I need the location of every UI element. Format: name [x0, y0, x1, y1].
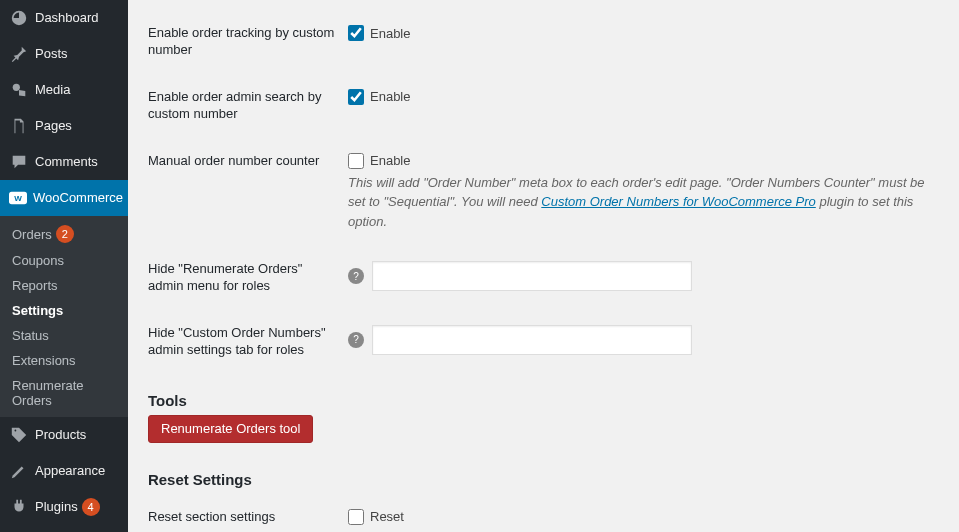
submenu-reports[interactable]: Reports — [0, 273, 128, 298]
reset-label: Reset section settings — [148, 509, 348, 526]
sidebar-item-label: WooCommerce — [33, 189, 123, 207]
manual-counter-checkbox-wrap[interactable]: Enable — [348, 153, 939, 169]
settings-content: Enable order tracking by custom number E… — [128, 0, 959, 532]
svg-point-0 — [13, 84, 20, 91]
submenu-item-label: Settings — [12, 303, 63, 318]
sidebar-item-label: Media — [35, 81, 70, 99]
row-reset-settings: Reset section settings Reset — [148, 494, 939, 532]
submenu-item-label: Extensions — [12, 353, 76, 368]
enable-tracking-label: Enable order tracking by custom number — [148, 25, 348, 59]
enable-search-label: Enable order admin search by custom numb… — [148, 89, 348, 123]
pin-icon — [9, 44, 29, 64]
checkbox-label: Enable — [370, 153, 410, 168]
row-enable-tracking: Enable order tracking by custom number E… — [148, 10, 939, 74]
submenu-item-label: Reports — [12, 278, 58, 293]
reset-heading: Reset Settings — [148, 471, 939, 488]
submenu-item-label: Coupons — [12, 253, 64, 268]
submenu-item-label: Status — [12, 328, 49, 343]
sidebar-item-label: Posts — [35, 45, 68, 63]
media-icon — [9, 80, 29, 100]
sidebar-item-dashboard[interactable]: Dashboard — [0, 0, 128, 36]
sidebar-item-label: Pages — [35, 117, 72, 135]
hide-tab-roles-input[interactable] — [372, 325, 692, 355]
svg-text:W: W — [14, 194, 22, 203]
enable-tracking-checkbox[interactable] — [348, 25, 364, 41]
plugin-icon — [9, 497, 29, 517]
row-hide-menu-roles: Hide "Renumerate Orders" admin menu for … — [148, 246, 939, 310]
woocommerce-submenu: Orders 2 Coupons Reports Settings Status… — [0, 216, 128, 417]
sidebar-item-posts[interactable]: Posts — [0, 36, 128, 72]
reset-checkbox[interactable] — [348, 509, 364, 525]
help-icon[interactable]: ? — [348, 268, 364, 284]
reset-checkbox-wrap[interactable]: Reset — [348, 509, 939, 525]
appearance-icon — [9, 461, 29, 481]
submenu-extensions[interactable]: Extensions — [0, 348, 128, 373]
hide-menu-label: Hide "Renumerate Orders" admin menu for … — [148, 261, 348, 295]
row-hide-tab-roles: Hide "Custom Order Numbers" admin settin… — [148, 310, 939, 374]
sidebar-item-users[interactable]: Users — [0, 525, 128, 532]
submenu-settings[interactable]: Settings — [0, 298, 128, 323]
enable-tracking-checkbox-wrap[interactable]: Enable — [348, 25, 939, 41]
sidebar-item-label: Comments — [35, 153, 98, 171]
manual-counter-checkbox[interactable] — [348, 153, 364, 169]
submenu-item-label: Renumerate Orders — [12, 378, 116, 408]
sidebar-item-plugins[interactable]: Plugins 4 — [0, 489, 128, 525]
sidebar-item-label: Plugins — [35, 498, 78, 516]
submenu-item-label: Orders — [12, 227, 52, 242]
pro-plugin-link[interactable]: Custom Order Numbers for WooCommerce Pro — [541, 194, 816, 209]
admin-sidebar: Dashboard Posts Media Pages Comments W W… — [0, 0, 128, 532]
sidebar-item-comments[interactable]: Comments — [0, 144, 128, 180]
renumerate-orders-button[interactable]: Renumerate Orders tool — [148, 415, 313, 443]
checkbox-label: Enable — [370, 89, 410, 104]
manual-counter-label: Manual order number counter — [148, 153, 348, 170]
submenu-status[interactable]: Status — [0, 323, 128, 348]
sidebar-item-label: Products — [35, 426, 86, 444]
comment-icon — [9, 152, 29, 172]
help-icon[interactable]: ? — [348, 332, 364, 348]
sidebar-item-media[interactable]: Media — [0, 72, 128, 108]
enable-search-checkbox-wrap[interactable]: Enable — [348, 89, 939, 105]
hide-tab-label: Hide "Custom Order Numbers" admin settin… — [148, 325, 348, 359]
submenu-renumerate[interactable]: Renumerate Orders — [0, 373, 128, 413]
page-icon — [9, 116, 29, 136]
plugins-badge: 4 — [82, 498, 100, 516]
dashboard-icon — [9, 8, 29, 28]
orders-badge: 2 — [56, 225, 74, 243]
submenu-coupons[interactable]: Coupons — [0, 248, 128, 273]
checkbox-label: Enable — [370, 26, 410, 41]
sidebar-item-products[interactable]: Products — [0, 417, 128, 453]
woocommerce-icon: W — [9, 188, 27, 208]
checkbox-label: Reset — [370, 509, 404, 524]
sidebar-item-appearance[interactable]: Appearance — [0, 453, 128, 489]
row-enable-search: Enable order admin search by custom numb… — [148, 74, 939, 138]
products-icon — [9, 425, 29, 445]
manual-counter-description: This will add "Order Number" meta box to… — [348, 173, 939, 232]
tools-heading: Tools — [148, 392, 939, 409]
hide-menu-roles-input[interactable] — [372, 261, 692, 291]
sidebar-item-woocommerce[interactable]: W WooCommerce — [0, 180, 128, 216]
sidebar-item-label: Dashboard — [35, 9, 99, 27]
row-manual-counter: Manual order number counter Enable This … — [148, 138, 939, 247]
sidebar-item-label: Appearance — [35, 462, 105, 480]
enable-search-checkbox[interactable] — [348, 89, 364, 105]
submenu-orders[interactable]: Orders 2 — [0, 220, 128, 248]
sidebar-item-pages[interactable]: Pages — [0, 108, 128, 144]
